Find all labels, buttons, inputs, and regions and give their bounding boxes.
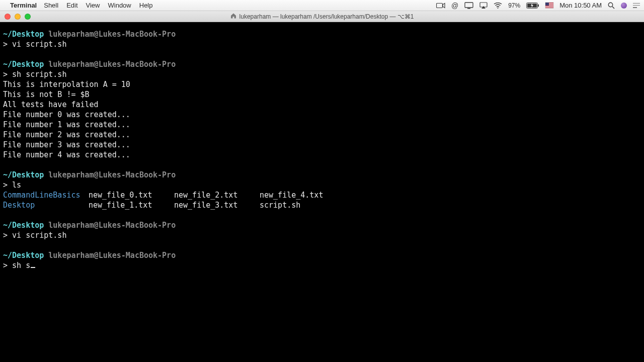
terminal-block: ~/Desktop lukeparham@Lukes-MacBook-Pro> … — [3, 59, 641, 160]
menu-window[interactable]: Window — [108, 2, 131, 9]
current-command-input[interactable]: sh s — [12, 261, 30, 270]
close-window-button[interactable] — [5, 14, 11, 20]
window-title: lukeparham — lukeparham /Users/lukeparha… — [0, 13, 644, 20]
command-text: vi script.sh — [12, 231, 66, 240]
prompt-path: ~/Desktop — [3, 30, 44, 39]
prompt-symbol: > — [3, 70, 8, 79]
prompt-user: lukeparham@Lukes-MacBook-Pro — [48, 170, 176, 179]
menu-view[interactable]: View — [86, 2, 100, 9]
svg-rect-2 — [467, 8, 470, 9]
prompt-path: ~/Desktop — [3, 251, 44, 260]
wifi-icon[interactable] — [494, 3, 502, 9]
prompt-user: lukeparham@Lukes-MacBook-Pro — [48, 251, 176, 260]
home-folder-icon — [230, 13, 236, 20]
ls-entry: CommandLineBasics — [3, 190, 89, 200]
command-text: vi script.sh — [12, 40, 66, 49]
airplay-icon[interactable] — [479, 2, 488, 9]
prompt-path: ~/Desktop — [3, 170, 44, 179]
output-line: File number 0 was created... — [3, 110, 641, 120]
prompt-symbol: > — [3, 261, 8, 270]
command-text: sh script.sh — [12, 70, 66, 79]
traffic-lights — [5, 14, 31, 20]
ls-entry: new_file_4.txt — [260, 190, 345, 200]
prompt-user: lukeparham@Lukes-MacBook-Pro — [48, 221, 176, 230]
ls-entry: new_file_0.txt — [89, 190, 174, 200]
prompt-path: ~/Desktop — [3, 60, 44, 69]
ls-entry: new_file_1.txt — [89, 200, 174, 210]
spotlight-icon[interactable] — [608, 2, 615, 9]
prompt-path: ~/Desktop — [3, 221, 44, 230]
ls-entry: new_file_3.txt — [174, 200, 260, 210]
facetime-icon[interactable] — [436, 3, 445, 9]
terminal-block: ~/Desktop lukeparham@Lukes-MacBook-Pro> … — [3, 250, 641, 270]
macos-menubar: Terminal Shell Edit View Window Help @ 9… — [0, 0, 644, 11]
output-line: This is interpolation A = 10 — [3, 79, 641, 89]
output-line: This is not B != $B — [3, 89, 641, 100]
siri-icon[interactable] — [621, 3, 627, 9]
window-titlebar: lukeparham — lukeparham /Users/lukeparha… — [0, 11, 644, 22]
app-menu[interactable]: Terminal — [10, 2, 37, 9]
svg-point-4 — [498, 8, 499, 9]
notifications-icon[interactable] — [633, 3, 640, 8]
terminal-block: ~/Desktop lukeparham@Lukes-MacBook-Pro> … — [3, 29, 641, 49]
prompt-user: lukeparham@Lukes-MacBook-Pro — [48, 60, 176, 69]
menubar-left: Terminal Shell Edit View Window Help — [5, 2, 161, 9]
svg-line-9 — [612, 7, 614, 9]
zoom-window-button[interactable] — [25, 14, 31, 20]
terminal-block: ~/Desktop lukeparham@Lukes-MacBook-Pro> … — [3, 220, 641, 240]
prompt-symbol: > — [3, 231, 8, 240]
svg-rect-1 — [465, 3, 473, 8]
clock[interactable]: Mon 10:50 AM — [559, 2, 602, 9]
at-icon[interactable]: @ — [451, 2, 458, 10]
output-line: File number 1 was created... — [3, 120, 641, 130]
battery-percentage: 97% — [508, 2, 520, 9]
ls-entry: new_file_2.txt — [174, 190, 260, 200]
prompt-user: lukeparham@Lukes-MacBook-Pro — [48, 30, 176, 39]
svg-rect-7 — [538, 4, 539, 7]
input-source-flag-icon[interactable] — [545, 3, 553, 8]
output-line: File number 3 was created... — [3, 140, 641, 150]
menu-edit[interactable]: Edit — [66, 2, 77, 9]
output-line: All tests have failed — [3, 100, 641, 110]
ls-entry: script.sh — [260, 200, 345, 210]
svg-point-8 — [608, 3, 612, 7]
svg-rect-0 — [436, 3, 442, 8]
prompt-symbol: > — [3, 40, 8, 49]
menubar-right: @ 97% Mon 10:50 AM — [430, 2, 640, 10]
battery-icon[interactable] — [526, 3, 539, 9]
minimize-window-button[interactable] — [15, 14, 21, 20]
ls-row: CommandLineBasicsnew_file_0.txtnew_file_… — [3, 190, 641, 200]
display-icon[interactable] — [464, 2, 473, 9]
terminal-viewport[interactable]: ~/Desktop lukeparham@Lukes-MacBook-Pro> … — [0, 22, 644, 362]
output-line: File number 4 was created... — [3, 150, 641, 160]
window-title-text: lukeparham — lukeparham /Users/lukeparha… — [239, 13, 414, 20]
ls-entry: Desktop — [3, 200, 89, 210]
ls-row: Desktopnew_file_1.txtnew_file_3.txtscrip… — [3, 200, 641, 210]
output-line: File number 2 was created... — [3, 130, 641, 140]
menu-help[interactable]: Help — [139, 2, 153, 9]
terminal-block: ~/Desktop lukeparham@Lukes-MacBook-Pro> … — [3, 170, 641, 210]
menu-shell[interactable]: Shell — [44, 2, 58, 9]
prompt-symbol: > — [3, 180, 8, 190]
command-text: ls — [12, 180, 21, 190]
text-cursor — [31, 267, 35, 268]
